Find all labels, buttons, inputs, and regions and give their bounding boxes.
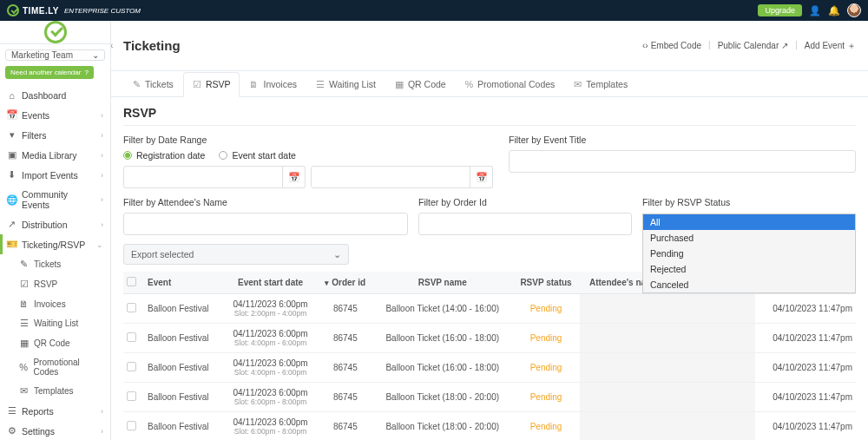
ticket-icon: 🎫 bbox=[7, 239, 16, 250]
cell-attendee bbox=[580, 294, 668, 324]
cell-start: 04/11/2023 6:00pmSlot: 4:00pm - 6:00pm bbox=[223, 324, 318, 353]
tab-qrcode[interactable]: ▦QR Code bbox=[385, 71, 456, 96]
status-option-all[interactable]: All bbox=[643, 214, 855, 230]
cell-attendee bbox=[580, 383, 668, 412]
share-icon: ↗ bbox=[7, 219, 16, 230]
sidebar-sub-qrcode[interactable]: ▦QR Code bbox=[0, 333, 110, 353]
tab-promo[interactable]: %Promotional Codes bbox=[456, 71, 565, 96]
sidebar-item-events[interactable]: 📅Events› bbox=[0, 105, 110, 125]
cell-event: Balloon Festival bbox=[144, 412, 223, 441]
rsvp-table: Event Event start date ▾ Order id RSVP n… bbox=[123, 272, 856, 440]
chart-icon: ☰ bbox=[7, 405, 16, 417]
rsvp-status-dropdown[interactable]: All Purchased Pending Rejected Canceled bbox=[642, 213, 856, 293]
calendar-picker-icon[interactable]: 📅 bbox=[470, 166, 493, 188]
table-row: Balloon Festival04/11/2023 6:00pmSlot: 4… bbox=[123, 324, 856, 353]
timely-logo-icon bbox=[44, 21, 67, 43]
sidebar-item-settings[interactable]: ⚙Settings› bbox=[0, 421, 110, 440]
user-icon[interactable]: 👤 bbox=[809, 4, 821, 16]
event-title-label: Filter by Event Title bbox=[509, 135, 856, 145]
status-label: Filter by RSVP Status bbox=[642, 197, 856, 207]
main-header: ‹ Ticketing ‹›Embed Code | Public Calend… bbox=[111, 21, 868, 71]
upgrade-button[interactable]: Upgrade bbox=[758, 4, 802, 16]
sidebar-item-distribution[interactable]: ↗Distribution› bbox=[0, 214, 110, 234]
home-icon: ⌂ bbox=[7, 90, 16, 101]
calendar-selector[interactable]: Marketing Team ⌄ bbox=[5, 49, 105, 61]
sidebar-item-community[interactable]: 🌐Community Events› bbox=[0, 185, 110, 214]
sidebar-sub-rsvp[interactable]: ☑RSVP bbox=[0, 274, 110, 294]
cell-email bbox=[668, 353, 756, 383]
sidebar-sub-templates[interactable]: ✉Templates bbox=[0, 381, 110, 401]
qr-icon: ▦ bbox=[395, 79, 404, 89]
cell-reg: 04/10/2023 11:47pm bbox=[755, 353, 856, 383]
cell-start: 04/11/2023 6:00pmSlot: 6:00pm - 8:00pm bbox=[223, 383, 318, 412]
list-icon: ☰ bbox=[316, 79, 325, 89]
radio-event-start-date[interactable]: Event start date bbox=[219, 150, 296, 161]
calendar-picker-icon[interactable]: 📅 bbox=[283, 166, 306, 188]
col-rsvp[interactable]: RSVP name bbox=[372, 272, 512, 294]
sidebar-item-dashboard[interactable]: ⌂Dashboard bbox=[0, 86, 110, 105]
sidebar-item-ticketing[interactable]: 🎫Ticketing/RSVP⌄ bbox=[0, 234, 110, 254]
chevron-right-icon: › bbox=[101, 171, 103, 180]
row-checkbox[interactable] bbox=[127, 303, 136, 312]
event-title-input[interactable] bbox=[509, 150, 856, 173]
need-calendar-badge[interactable]: Need another calendar ? bbox=[5, 66, 94, 79]
select-all-checkbox[interactable] bbox=[127, 277, 136, 286]
tab-tickets[interactable]: ✎Tickets bbox=[123, 71, 183, 96]
cell-rsvp: Balloon Ticket (18:00 - 20:00) bbox=[372, 412, 512, 441]
cell-order: 86745 bbox=[318, 324, 372, 353]
attendee-label: Filter by Attendee's Name bbox=[123, 197, 408, 207]
section-title: RSVP bbox=[123, 106, 856, 126]
sidebar-item-filters[interactable]: ▾Filters› bbox=[0, 125, 110, 145]
row-checkbox[interactable] bbox=[127, 421, 136, 430]
tab-templates[interactable]: ✉Templates bbox=[564, 71, 637, 96]
chevron-right-icon: › bbox=[101, 131, 103, 140]
row-checkbox[interactable] bbox=[127, 362, 136, 371]
cell-status: Pending bbox=[512, 294, 580, 324]
cell-order: 86745 bbox=[318, 353, 372, 383]
order-id-input[interactable] bbox=[418, 213, 632, 235]
download-icon: ⬇ bbox=[7, 169, 16, 181]
sidebar: Marketing Team ⌄ Need another calendar ?… bbox=[0, 21, 111, 440]
sort-desc-icon: ▾ bbox=[325, 279, 329, 287]
sidebar-sub-tickets[interactable]: ✎Tickets bbox=[0, 254, 110, 274]
export-selected-dropdown[interactable]: Export selected ⌄ bbox=[123, 244, 349, 265]
table-row: Balloon Festival04/11/2023 6:00pmSlot: 4… bbox=[123, 353, 856, 383]
status-option-purchased[interactable]: Purchased bbox=[643, 230, 855, 246]
sidebar-sub-promo[interactable]: %Promotional Codes bbox=[0, 353, 110, 381]
cell-attendee bbox=[580, 324, 668, 353]
public-calendar-link[interactable]: Public Calendar↗ bbox=[718, 40, 789, 52]
cell-email bbox=[668, 324, 756, 353]
cell-event: Balloon Festival bbox=[144, 353, 223, 383]
avatar[interactable] bbox=[847, 3, 861, 17]
attendee-name-input[interactable] bbox=[123, 213, 408, 235]
col-status[interactable]: RSVP status bbox=[512, 272, 580, 294]
col-order[interactable]: ▾ Order id bbox=[318, 272, 372, 294]
mail-icon: ✉ bbox=[19, 385, 29, 397]
embed-code-link[interactable]: ‹›Embed Code bbox=[642, 40, 701, 52]
bell-icon[interactable]: 🔔 bbox=[828, 4, 840, 16]
tab-rsvp[interactable]: ☑RSVP bbox=[183, 72, 240, 97]
add-event-link[interactable]: Add Event＋ bbox=[805, 40, 856, 52]
row-checkbox[interactable] bbox=[127, 332, 136, 342]
chevron-right-icon: › bbox=[101, 111, 103, 120]
cell-status: Pending bbox=[512, 353, 580, 383]
row-checkbox[interactable] bbox=[127, 391, 136, 401]
tab-invoices[interactable]: 🗎Invoices bbox=[240, 71, 306, 96]
date-to-input[interactable] bbox=[311, 166, 470, 188]
col-event[interactable]: Event bbox=[144, 272, 223, 294]
sidebar-sub-invoices[interactable]: 🗎Invoices bbox=[0, 294, 110, 313]
sidebar-item-import[interactable]: ⬇Import Events› bbox=[0, 165, 110, 185]
status-option-pending[interactable]: Pending bbox=[643, 246, 855, 261]
list-icon: ☰ bbox=[19, 318, 29, 329]
status-option-canceled[interactable]: Canceled bbox=[643, 277, 855, 292]
sidebar-item-reports[interactable]: ☰Reports› bbox=[0, 401, 110, 421]
sidebar-sub-waiting[interactable]: ☰Waiting List bbox=[0, 313, 110, 333]
percent-icon: % bbox=[19, 362, 28, 372]
col-start[interactable]: Event start date bbox=[223, 272, 318, 294]
radio-registration-date[interactable]: Registration date bbox=[123, 150, 205, 161]
status-option-rejected[interactable]: Rejected bbox=[643, 261, 855, 277]
sidebar-item-media[interactable]: ▣Media Library› bbox=[0, 145, 110, 165]
date-from-input[interactable] bbox=[123, 166, 283, 188]
tab-waiting[interactable]: ☰Waiting List bbox=[306, 71, 385, 96]
collapse-sidebar-icon[interactable]: ‹ bbox=[111, 36, 119, 54]
